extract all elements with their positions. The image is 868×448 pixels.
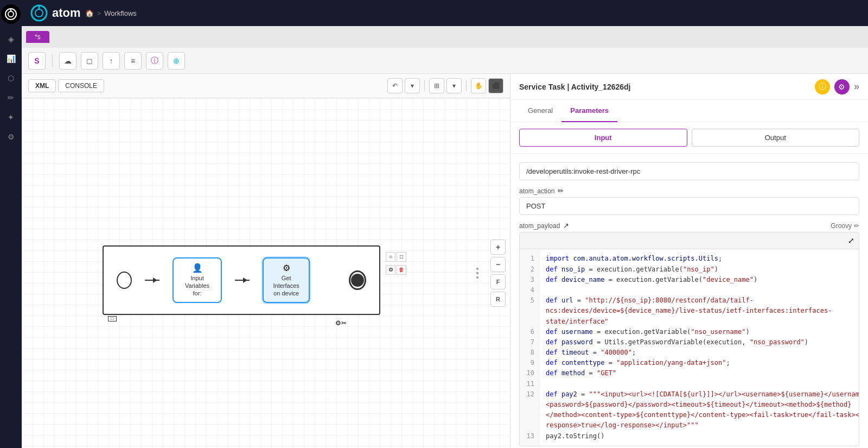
panel-header-icons: ⓘ ⚙ » bbox=[815, 79, 859, 94]
panel-header: Service Task | Activity_12626dj ⓘ ⚙ » bbox=[510, 74, 868, 100]
toolbar-upload-btn[interactable]: ↑ bbox=[103, 52, 120, 70]
action-sep2 bbox=[466, 80, 467, 91]
main-area: atom 🏠 > Workflows *s S ☁ ◻ ↑ ≡ ⓘ ⊕ bbox=[22, 0, 868, 448]
undo-btn[interactable]: ↶ bbox=[387, 78, 403, 93]
nav-diagram-icon[interactable]: ⬡ bbox=[2, 70, 20, 87]
payload-label-row: atom_payload ↗ Groovy ✏ bbox=[519, 222, 859, 230]
workflow-tabs: *s bbox=[22, 26, 868, 48]
undo-dropdown-btn[interactable]: ▾ bbox=[405, 78, 420, 93]
workflow-tab-s[interactable]: *s bbox=[26, 31, 49, 43]
code-lines: 12345678910111213 import com.anuta.atom.… bbox=[520, 249, 859, 445]
workflow-diagram: 👤 Input Variablesfor: ⚙ Get Interfaceson… bbox=[103, 245, 380, 315]
start-node[interactable] bbox=[117, 272, 132, 289]
left-nav: ◈ 📊 ⬡ ✏ ✦ ⚙ bbox=[0, 0, 22, 448]
toolbar-s-btn[interactable]: S bbox=[28, 52, 46, 70]
code-content[interactable]: import com.anuta.atom.workflow.scripts.U… bbox=[539, 249, 859, 445]
task2-icon: ⚙ bbox=[270, 263, 302, 273]
task1-icon: 👤 bbox=[180, 263, 214, 273]
right-panel: Service Task | Activity_12626dj ⓘ ⚙ » Ge… bbox=[510, 74, 868, 448]
end-node-inner bbox=[351, 274, 364, 287]
canvas-actions: ↶ ▾ ⊞ ▾ ✋ ⬛ bbox=[387, 78, 503, 93]
atom-action-edit-icon[interactable]: ✏ bbox=[558, 187, 564, 195]
task-actions: ○ □ ⚙ 🗑 bbox=[386, 252, 406, 275]
payload-external-icon[interactable]: ↗ bbox=[563, 222, 569, 230]
restart-label[interactable]: R bbox=[490, 292, 506, 307]
end-node[interactable] bbox=[349, 270, 366, 290]
atom-payload-field-row: atom_payload ↗ Groovy ✏ ⤢ bbox=[519, 222, 859, 446]
nav-chart-icon[interactable]: 📊 bbox=[2, 50, 20, 67]
svg-point-1 bbox=[8, 11, 14, 17]
task1-label: Input Variablesfor: bbox=[180, 274, 214, 298]
flag-label[interactable]: F bbox=[490, 274, 506, 289]
canvas-view-tabs: XML CONSOLE ↶ ▾ ⊞ ▾ ✋ ⬛ bbox=[22, 74, 510, 98]
arrow-1 bbox=[145, 280, 159, 281]
arrow-2 bbox=[235, 280, 250, 281]
workflow-canvas[interactable]: + − F R bbox=[22, 98, 510, 448]
cursor-btn[interactable]: ✋ bbox=[471, 78, 486, 93]
atom-action-value[interactable]: POST bbox=[519, 197, 859, 215]
expand-canvas-btn[interactable]: ⬛ bbox=[488, 78, 503, 93]
tab-console[interactable]: CONSOLE bbox=[58, 79, 104, 92]
collapse-handle[interactable] bbox=[476, 268, 478, 279]
panel-info-icon[interactable]: ⓘ bbox=[815, 79, 830, 94]
fit-btn[interactable]: ⊞ bbox=[429, 78, 444, 93]
task-more-icon[interactable]: ⚙✂ bbox=[335, 319, 347, 327]
panel-settings-icon[interactable]: ⚙ bbox=[834, 79, 850, 94]
panel-subtabs: Input Output bbox=[510, 122, 868, 154]
action-circle[interactable]: ○ bbox=[386, 252, 395, 262]
payload-edit-icon[interactable]: ✏ bbox=[854, 222, 859, 230]
tab-general[interactable]: General bbox=[519, 100, 561, 122]
task2-label: Get Interfaceson device bbox=[270, 274, 302, 298]
url-field[interactable]: /developerutils:invoke-rest-driver-rpc bbox=[519, 162, 859, 180]
nav-star-icon[interactable]: ✦ bbox=[2, 109, 20, 126]
breadcrumb-sep: > bbox=[97, 9, 101, 17]
code-editor-header: ⤢ bbox=[520, 232, 859, 249]
panel-expand-icon[interactable]: » bbox=[854, 81, 859, 92]
tab-xml[interactable]: XML bbox=[28, 79, 56, 92]
zoom-out-btn[interactable]: − bbox=[490, 257, 506, 272]
atom-payload-label: atom_payload ↗ bbox=[519, 222, 569, 230]
subprocess-marker: □ bbox=[108, 316, 117, 321]
canvas-panel-container: XML CONSOLE ↶ ▾ ⊞ ▾ ✋ ⬛ bbox=[22, 74, 868, 448]
workflow-area: *s S ☁ ◻ ↑ ≡ ⓘ ⊕ XML CONSOLE bbox=[22, 26, 868, 448]
app-title: atom bbox=[30, 4, 81, 22]
atom-action-label: atom_action ✏ bbox=[519, 187, 859, 195]
url-field-row: /developerutils:invoke-rest-driver-rpc bbox=[519, 162, 859, 180]
panel-title: Service Task | Activity_12626dj bbox=[519, 83, 631, 91]
toolbar-info-btn[interactable]: ⓘ bbox=[146, 52, 163, 70]
home-icon[interactable]: 🏠 bbox=[85, 9, 94, 17]
subprocess-box: 👤 Input Variablesfor: ⚙ Get Interfaceson… bbox=[103, 245, 380, 315]
top-bar: atom 🏠 > Workflows bbox=[22, 0, 868, 26]
panel-tabs: General Parameters bbox=[510, 100, 868, 122]
toolbar-cloud-btn[interactable]: ☁ bbox=[59, 52, 76, 70]
fit-dropdown-btn[interactable]: ▾ bbox=[446, 78, 462, 93]
breadcrumb-workflows[interactable]: Workflows bbox=[104, 9, 137, 17]
subtab-output[interactable]: Output bbox=[692, 129, 860, 147]
toolbar-cube-btn[interactable]: ◻ bbox=[81, 52, 98, 70]
toolbar-list-btn[interactable]: ≡ bbox=[124, 52, 142, 70]
toolbar-sep-1 bbox=[52, 54, 53, 67]
line-numbers: 12345678910111213 bbox=[520, 249, 539, 445]
code-expand-icon[interactable]: ⤢ bbox=[848, 235, 854, 247]
task-input-variables[interactable]: 👤 Input Variablesfor: bbox=[173, 257, 221, 303]
code-lang: Groovy ✏ bbox=[831, 222, 859, 230]
tab-parameters[interactable]: Parameters bbox=[561, 100, 617, 122]
task-get-interfaces[interactable]: ⚙ Get Interfaceson device bbox=[263, 257, 310, 303]
panel-content: /developerutils:invoke-rest-driver-rpc a… bbox=[510, 154, 868, 448]
subtab-input[interactable]: Input bbox=[519, 129, 687, 147]
app-logo[interactable] bbox=[1, 4, 21, 24]
workflow-toolbar: S ☁ ◻ ↑ ≡ ⓘ ⊕ bbox=[22, 48, 868, 74]
action-gear[interactable]: ⚙ bbox=[386, 265, 395, 275]
breadcrumb: 🏠 > Workflows bbox=[85, 9, 137, 17]
svg-point-4 bbox=[35, 9, 43, 17]
canvas-area: XML CONSOLE ↶ ▾ ⊞ ▾ ✋ ⬛ bbox=[22, 74, 510, 448]
nav-gear-icon[interactable]: ⚙ bbox=[2, 128, 20, 146]
atom-action-field-row: atom_action ✏ POST bbox=[519, 187, 859, 215]
code-editor[interactable]: ⤢ 12345678910111213 import com.anuta.ato… bbox=[519, 232, 859, 446]
action-rect[interactable]: □ bbox=[397, 252, 406, 262]
zoom-in-btn[interactable]: + bbox=[490, 239, 506, 255]
nav-shapes-icon[interactable]: ◈ bbox=[2, 30, 20, 48]
toolbar-target-btn[interactable]: ⊕ bbox=[168, 52, 185, 70]
nav-pen-icon[interactable]: ✏ bbox=[2, 89, 20, 106]
action-delete[interactable]: 🗑 bbox=[397, 265, 406, 275]
